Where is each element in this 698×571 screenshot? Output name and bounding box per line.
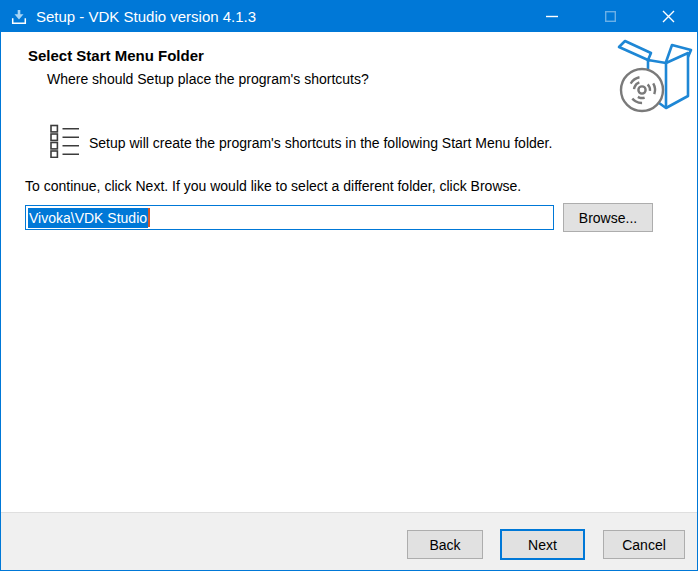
page-title: Select Start Menu Folder xyxy=(28,47,204,64)
titlebar: Setup - VDK Studio version 4.1.3 xyxy=(1,1,697,32)
folder-input-selected-value: Vivoka\VDK Studio xyxy=(28,208,148,228)
folder-input[interactable]: Vivoka\VDK Studio xyxy=(25,205,554,230)
close-button[interactable] xyxy=(639,1,697,32)
page-subtitle: Where should Setup place the program's s… xyxy=(47,71,369,87)
installer-app-icon xyxy=(11,9,27,25)
info-text: Setup will create the program's shortcut… xyxy=(89,134,664,153)
text-caret xyxy=(148,208,150,227)
instruction-text: To continue, click Next. If you would li… xyxy=(25,178,521,194)
minimize-button[interactable] xyxy=(523,1,581,32)
browse-button[interactable]: Browse... xyxy=(563,203,653,232)
caption-buttons xyxy=(523,1,697,32)
shortcuts-list-icon xyxy=(50,124,80,162)
footer-bar xyxy=(1,512,697,570)
window-title: Setup - VDK Studio version 4.1.3 xyxy=(36,8,523,25)
minimize-icon xyxy=(546,15,558,18)
cancel-button[interactable]: Cancel xyxy=(603,530,685,559)
setup-wizard-window: Setup - VDK Studio version 4.1.3 Select … xyxy=(0,0,698,571)
software-box-cd-icon xyxy=(615,39,695,117)
maximize-icon xyxy=(605,11,616,22)
next-button[interactable]: Next xyxy=(500,529,585,560)
close-icon xyxy=(662,10,675,23)
back-button[interactable]: Back xyxy=(407,530,483,559)
maximize-button[interactable] xyxy=(581,1,639,32)
